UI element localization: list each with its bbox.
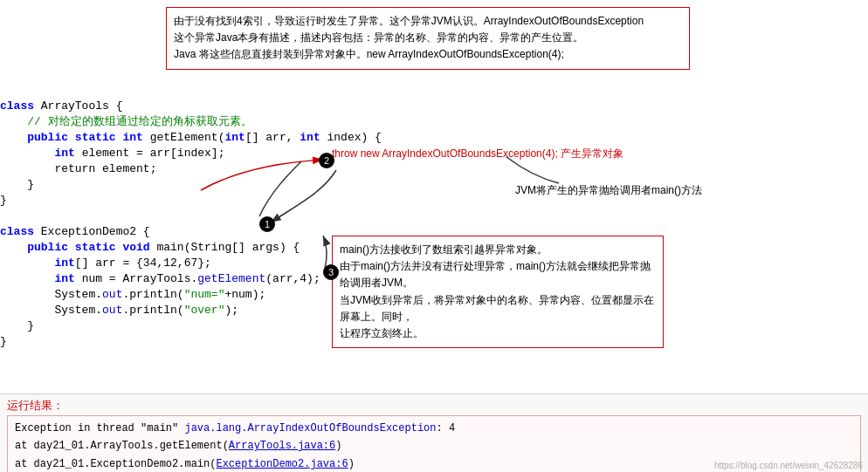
result-title: 运行结果： (7, 398, 861, 414)
main-container: class ArrayTools { // 对给定的数组通过给定的角标获取元素。… (0, 0, 868, 472)
result-line2-text: at day21_01.ArrayTools.getElement( (15, 440, 229, 452)
annotation-top: 由于没有找到4索引，导致运行时发生了异常。这个异常JVM认识。ArrayInde… (166, 7, 690, 70)
result-line1-link: java.lang.ArrayIndexOutOfBoundsException (184, 422, 436, 434)
result-line2: at day21_01.ArrayTools.getElement(ArrayT… (15, 437, 853, 455)
code-line-6: } (0, 177, 868, 193)
annotation-top-line3: Java 将这些信息直接封装到异常对象中。new ArrayIndexOutOf… (174, 48, 564, 60)
result-line3-link[interactable]: ExceptionDemo2.java:6 (216, 458, 348, 470)
result-line1-post: : 4 (436, 422, 455, 434)
number-1: 1 (259, 216, 275, 232)
number-3: 3 (323, 264, 339, 280)
result-line3-post: ) (348, 458, 355, 470)
annotation-bottom-line1: main()方法接收到了数组索引越界异常对象。 (340, 243, 548, 256)
code-line-7: } (0, 193, 868, 209)
result-line1-pre: Exception in thread "main" (15, 422, 184, 434)
result-line3-text: at day21_01.ExceptionDemo2.main( (15, 458, 216, 470)
result-line1: Exception in thread "main" java.lang.Arr… (15, 420, 853, 437)
number-2: 2 (319, 153, 334, 168)
annotation-bottom-line3: 当JVM收到异常后，将异常对象中的名称、异常内容、位置都显示在屏幕上。同时， (340, 294, 654, 323)
throw-label: throw new ArrayIndexOutOfBoundsException… (332, 147, 623, 161)
annotation-top-line2: 这个异常Java本身有描述，描述内容包括：异常的名称、异常的内容、异常的产生位置… (174, 31, 583, 44)
jvm-label: JVM将产生的异常抛给调用者main()方法 (515, 183, 734, 198)
code-line-1: class ArrayTools { (0, 99, 868, 114)
code-line-8 (0, 209, 868, 224)
code-line-3: public static int getElement(int[] arr, … (0, 130, 868, 146)
code-line-5: return element; (0, 161, 868, 177)
result-line2-post: ) (335, 440, 341, 452)
annotation-top-line1: 由于没有找到4索引，导致运行时发生了异常。这个异常JVM认识。ArrayInde… (174, 15, 644, 27)
result-line2-link[interactable]: ArrayTools.java:6 (229, 440, 335, 452)
annotation-bottom-line2: 由于main()方法并没有进行处理异常，main()方法就会继续把异常抛给调用者… (340, 260, 651, 289)
annotation-bottom: main()方法接收到了数组索引越界异常对象。 由于main()方法并没有进行处… (332, 236, 664, 348)
annotation-bottom-line4: 让程序立刻终止。 (340, 327, 424, 339)
code-line-2: // 对给定的数组通过给定的角标获取元素。 (0, 114, 868, 130)
watermark: https://blog.csdn.net/weixin_42628286 (714, 461, 863, 470)
